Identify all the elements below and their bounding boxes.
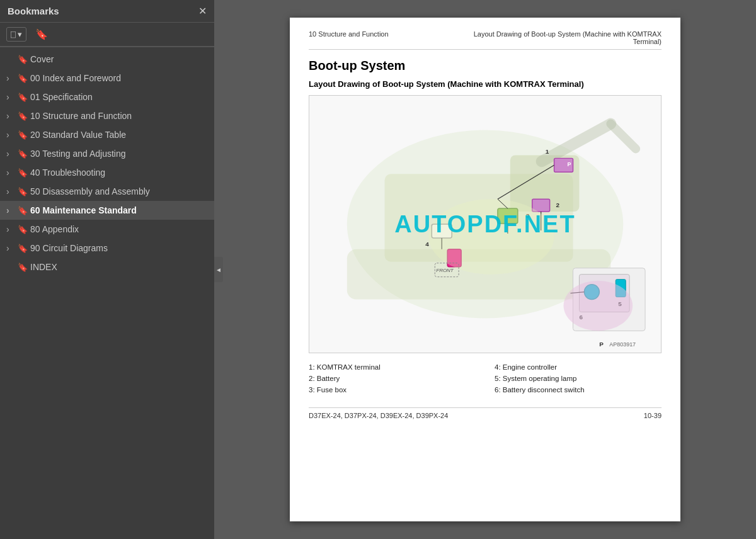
svg-text:4: 4 (425, 241, 429, 247)
sidebar-item-01[interactable]: ›🔖01 Specification (0, 88, 214, 106)
svg-text:FRONT: FRONT (436, 268, 454, 273)
sidebar-collapse-handle[interactable]: ◄ (214, 257, 223, 282)
chevron-icon: › (6, 111, 15, 121)
svg-text:AP803917: AP803917 (609, 341, 636, 348)
footer-model: D37EX-24, D37PX-24, D39EX-24, D39PX-24 (309, 412, 448, 419)
sidebar-item-label: Cover (30, 54, 208, 64)
sidebar: Bookmarks ✕ ⎕ ▾ 🔖 🔖Cover›🔖00 Index and F… (0, 0, 214, 539)
sidebar-item-90[interactable]: ›🔖90 Circuit Diagrams (0, 239, 214, 258)
sidebar-item-index[interactable]: 🔖INDEX (0, 258, 214, 276)
legend-item-4: 4: Engine controller (495, 362, 662, 372)
legend-item-3: 3: Fuse box (309, 385, 476, 395)
chevron-icon: › (6, 224, 15, 234)
sidebar-item-label: 40 Troubleshooting (30, 167, 208, 178)
sidebar-header: Bookmarks ✕ (0, 0, 214, 23)
header-title: Layout Drawing of Boot-up System (Machin… (460, 30, 662, 45)
svg-line-5 (610, 124, 636, 149)
chevron-icon: › (6, 149, 15, 159)
svg-text:1: 1 (546, 148, 549, 155)
sidebar-item-80[interactable]: ›🔖80 Appendix (0, 220, 214, 239)
legend-grid: 1: KOMTRAX terminal 4: Engine controller… (309, 362, 662, 395)
expand-all-button[interactable]: ⎕ ▾ (6, 27, 26, 42)
legend-item-5: 5: System operating lamp (495, 373, 662, 383)
sidebar-item-20[interactable]: ›🔖20 Standard Value Table (0, 125, 214, 144)
sidebar-item-10[interactable]: ›🔖10 Structure and Function (0, 106, 214, 125)
sidebar-item-label: 00 Index and Foreword (30, 73, 208, 83)
bookmark-icon: 🔖 (18, 262, 28, 272)
svg-text:P: P (599, 341, 604, 348)
watermark: AUTOPDF.NET (394, 211, 575, 238)
bookmark-icon: 🔖 (18, 111, 28, 121)
page-container: 10 Structure and Function Layout Drawing… (290, 18, 680, 521)
bookmark-icon: 🔖 (18, 205, 28, 215)
footer-page: 10-39 (644, 412, 662, 419)
page-header: 10 Structure and Function Layout Drawing… (309, 30, 662, 50)
expand-dropdown-icon: ▾ (18, 30, 22, 39)
sidebar-item-40[interactable]: ›🔖40 Troubleshooting (0, 163, 214, 182)
chevron-icon: › (6, 73, 15, 83)
sidebar-item-label: 30 Testing and Adjusting (30, 149, 208, 159)
chevron-icon: › (6, 92, 15, 102)
page-title: Boot-up System (309, 59, 662, 73)
legend-item-6: 6: Battery disconnect switch (495, 385, 662, 395)
close-button[interactable]: ✕ (198, 5, 207, 17)
sidebar-item-label: 90 Circuit Diagrams (30, 243, 208, 253)
svg-point-28 (564, 281, 633, 331)
header-section-label: 10 Structure and Function (309, 30, 389, 38)
sidebar-item-30[interactable]: ›🔖30 Testing and Adjusting (0, 144, 214, 163)
bookmark-list: 🔖Cover›🔖00 Index and Foreword›🔖01 Specif… (0, 47, 214, 539)
sidebar-item-label: 80 Appendix (30, 224, 208, 234)
bookmark-icon: 🔖 (18, 92, 28, 102)
sidebar-item-50[interactable]: ›🔖50 Disassembly and Assembly (0, 182, 214, 201)
legend-item-2: 2: Battery (309, 373, 476, 383)
chevron-icon: › (6, 205, 15, 215)
chevron-icon: › (6, 243, 15, 253)
bookmark-icon: 🔖 (18, 224, 28, 234)
sidebar-item-00[interactable]: ›🔖00 Index and Foreword (0, 69, 214, 88)
bookmark-icon: 🔖 (18, 243, 28, 253)
bookmark-icon: 🔖 (18, 130, 28, 140)
legend-item-1: 1: KOMTRAX terminal (309, 362, 476, 372)
sidebar-item-label: INDEX (30, 262, 208, 272)
diagram-container: P 1 2 3 4 (309, 95, 662, 353)
section-subtitle: Layout Drawing of Boot-up System (Machin… (309, 79, 662, 89)
sidebar-item-label: 60 Maintenance Standard (30, 205, 208, 215)
bookmark-panel-button[interactable]: 🔖 (32, 26, 52, 42)
main-content: 10 Structure and Function Layout Drawing… (214, 0, 756, 539)
sidebar-item-label: 20 Standard Value Table (30, 130, 208, 140)
chevron-icon: › (6, 186, 15, 196)
bookmark-icon: 🔖 (18, 167, 28, 178)
bookmark-icon: 🔖 (18, 186, 28, 196)
collapse-arrow-icon: ◄ (215, 266, 222, 273)
sidebar-item-label: 01 Specification (30, 92, 208, 102)
sidebar-item-label: 10 Structure and Function (30, 111, 208, 121)
svg-text:2: 2 (556, 201, 560, 208)
sidebar-item-label: 50 Disassembly and Assembly (30, 186, 208, 196)
sidebar-title: Bookmarks (8, 6, 59, 16)
bookmark-icon: 🔖 (18, 54, 28, 64)
sidebar-item-60[interactable]: ›🔖60 Maintenance Standard (0, 201, 214, 220)
bookmark-icon: 🔖 (18, 73, 28, 83)
chevron-icon: › (6, 130, 15, 140)
bookmark-icon: 🔖 (18, 149, 28, 159)
svg-text:P: P (568, 161, 571, 167)
grid-icon: ⎕ (11, 30, 16, 39)
page-footer: D37EX-24, D37PX-24, D39EX-24, D39PX-24 1… (309, 407, 662, 419)
sidebar-toolbar: ⎕ ▾ 🔖 (0, 23, 214, 47)
sidebar-item-cover[interactable]: 🔖Cover (0, 50, 214, 69)
chevron-icon: › (6, 167, 15, 178)
